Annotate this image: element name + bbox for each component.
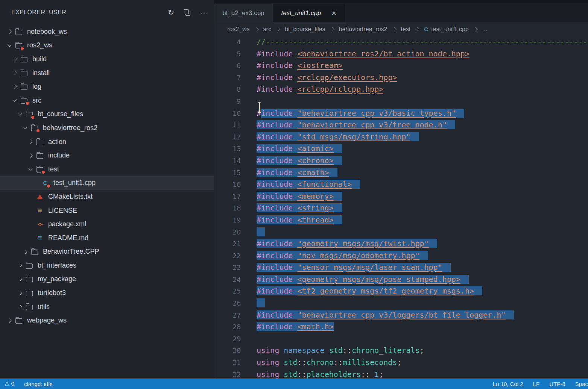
- tree-item-include[interactable]: include: [0, 148, 214, 162]
- code-line-17[interactable]: 17#include <memory>: [214, 191, 588, 203]
- code-line-30[interactable]: 30using namespace std::chrono_literals;: [214, 345, 588, 357]
- code-line-11[interactable]: 11#include "behaviortree_cpp_v3/tree_nod…: [214, 119, 588, 131]
- chevron-down-icon[interactable]: [26, 164, 35, 174]
- chevron-down-icon[interactable]: [15, 109, 25, 119]
- tree-item-README.md[interactable]: README.md: [0, 231, 214, 245]
- eol-indicator[interactable]: LF: [533, 381, 540, 387]
- code-token: namespace: [284, 346, 324, 355]
- breadcrumb-item-ros2_ws[interactable]: ros2_ws: [227, 26, 250, 33]
- tree-item-behaviortree_ros2[interactable]: behaviortree_ros2: [0, 121, 214, 135]
- code-line-22[interactable]: 22#include "nav_msgs/msg/odometry.hpp": [214, 250, 588, 262]
- clangd-status[interactable]: clangd: idle: [24, 381, 53, 387]
- code-token: #include: [257, 144, 297, 153]
- line-number: 25: [214, 285, 241, 297]
- encoding-indicator[interactable]: UTF-8: [549, 381, 565, 387]
- code-line-8[interactable]: 8#include <rclcpp/rclcpp.hpp>: [214, 83, 588, 95]
- tree-item-test[interactable]: test: [0, 162, 214, 176]
- code-line-5[interactable]: 5#include <behaviortree_ros2/bt_action_n…: [214, 48, 588, 60]
- code-editor[interactable]: 4//-------------------------------------…: [214, 36, 588, 378]
- breadcrumb-item-test_unit1.cpp[interactable]: test_unit1.cpp: [431, 26, 469, 33]
- code-line-32[interactable]: 32using std::placeholders::_1;: [214, 369, 588, 378]
- code-line-19[interactable]: 19#include <thread>: [214, 214, 588, 226]
- tree-item-my_package[interactable]: my_package: [0, 272, 214, 286]
- code-token: ;: [379, 370, 383, 378]
- collapse-folders-icon[interactable]: [184, 9, 190, 16]
- tree-item-action[interactable]: action: [0, 135, 214, 149]
- tree-item-notebook_ws[interactable]: notebook_ws: [0, 25, 214, 39]
- breadcrumb-item-behaviortree_ros2[interactable]: behaviortree_ros2: [339, 26, 387, 33]
- tree-item-test_unit1.cpp[interactable]: test_unit1.cpp: [0, 176, 214, 190]
- code-line-16[interactable]: 16#include <functional>: [214, 179, 588, 191]
- indent-indicator[interactable]: Spac: [575, 381, 588, 387]
- code-line-20[interactable]: 20: [214, 226, 588, 238]
- chevron-right-icon[interactable]: [10, 82, 20, 92]
- code-line-6[interactable]: 6#include <iostream>: [214, 60, 588, 72]
- code-line-14[interactable]: 14#include <chrono>: [214, 155, 588, 167]
- code-line-23[interactable]: 23#include "sensor_msgs/msg/laser_scan.h…: [214, 262, 588, 274]
- tree-item-log[interactable]: log: [0, 80, 214, 94]
- tree-item-ros2_ws[interactable]: ros2_ws: [0, 39, 214, 53]
- tree-item-package.xml[interactable]: package.xml: [0, 217, 214, 231]
- chevron-right-icon[interactable]: [15, 274, 25, 284]
- code-line-25[interactable]: 25#include <tf2_geometry_msgs/tf2_geomet…: [214, 285, 588, 297]
- code-line-29[interactable]: 29: [214, 333, 588, 345]
- chevron-right-icon[interactable]: [5, 27, 14, 36]
- code-line-4[interactable]: 4//-------------------------------------…: [214, 36, 588, 48]
- tree-item-build[interactable]: build: [0, 52, 214, 66]
- tree-item-src[interactable]: src: [0, 94, 214, 107]
- code-line-26[interactable]: 26: [214, 297, 588, 309]
- chevron-right-icon[interactable]: [10, 68, 20, 78]
- close-tab-icon[interactable]: ×: [331, 9, 336, 17]
- tree-item-CMakeLists.txt[interactable]: CMakeLists.txt: [0, 190, 214, 204]
- tree-item-bt_interfaces[interactable]: bt_interfaces: [0, 259, 214, 272]
- code-line-21[interactable]: 21#include "geometry_msgs/msg/twist.hpp": [214, 238, 588, 250]
- tree-item-BehaviorTree.CPP[interactable]: BehaviorTree.CPP: [0, 245, 214, 259]
- code-line-12[interactable]: 12#include "std_msgs/msg/string.hpp": [214, 131, 588, 143]
- code-line-18[interactable]: 18#include <string>: [214, 202, 588, 214]
- chevron-right-icon[interactable]: [5, 316, 14, 325]
- tree-item-LICENSE[interactable]: LICENSE: [0, 204, 214, 218]
- line-number: 27: [214, 309, 241, 321]
- breadcrumb-item-test[interactable]: test: [401, 26, 411, 33]
- code-line-10[interactable]: 10#include "behaviortree_cpp_v3/basic_ty…: [214, 107, 588, 120]
- tree-item-turtlebot3[interactable]: turtlebot3: [0, 286, 214, 300]
- chevron-right-icon[interactable]: [26, 137, 35, 147]
- chevron-right-icon[interactable]: [20, 247, 30, 257]
- code-line-31[interactable]: 31using std::chrono::milliseconds;: [214, 357, 588, 369]
- code-line-9[interactable]: 9: [214, 95, 588, 107]
- breadcrumb-item-bt_course_files[interactable]: bt_course_files: [285, 26, 325, 33]
- chevron-right-icon[interactable]: [15, 302, 25, 312]
- problems-indicator[interactable]: 0: [5, 380, 14, 387]
- line-content: using std::chrono::milliseconds;: [241, 357, 401, 369]
- code-line-24[interactable]: 24#include <geometry_msgs/msg/pose_stamp…: [214, 274, 588, 286]
- chevron-right-icon[interactable]: [26, 151, 35, 160]
- code-token: <behaviortree_ros2/bt_action_node.hpp>: [297, 49, 469, 58]
- tree-item-install[interactable]: install: [0, 66, 214, 80]
- tab-test_unit1[interactable]: test_unit1.cpp ×: [273, 4, 345, 22]
- tree-item-bt_course_files[interactable]: bt_course_files: [0, 107, 214, 121]
- chevron-down-icon[interactable]: [20, 123, 30, 133]
- chevron-right-icon[interactable]: [10, 54, 20, 64]
- chevron-right-icon[interactable]: [15, 288, 25, 298]
- code-line-28[interactable]: 28#include <math.h>: [214, 321, 588, 333]
- code-line-15[interactable]: 15#include <cmath>: [214, 167, 588, 179]
- folder-icon: [35, 151, 44, 160]
- breadcrumb-item-src[interactable]: src: [263, 26, 271, 33]
- line-content: #include <tf2_geometry_msgs/tf2_geometry…: [241, 285, 482, 297]
- breadcrumb-item-...[interactable]: ...: [482, 26, 487, 33]
- folder-open-icon: [20, 96, 29, 104]
- code-line-27[interactable]: 27#include "behaviortree_cpp_v3/loggers/…: [214, 309, 588, 321]
- chevron-right-icon[interactable]: [15, 260, 25, 270]
- code-line-13[interactable]: 13#include <atomic>: [214, 143, 588, 155]
- code-line-7[interactable]: 7#include <rclcpp/executors.hpp>: [214, 72, 588, 84]
- tree-item-utils[interactable]: utils: [0, 300, 214, 314]
- chevron-down-icon[interactable]: [5, 41, 14, 50]
- tab-bt_u2_ex3[interactable]: bt_u2_ex3.cpp: [214, 4, 273, 22]
- more-actions-icon[interactable]: ···: [200, 9, 208, 16]
- refresh-explorer-icon[interactable]: ↻: [168, 9, 174, 16]
- chevron-down-icon[interactable]: [10, 95, 20, 105]
- cursor-position[interactable]: Ln 10, Col 2: [493, 381, 523, 387]
- tree-item-webpage_ws[interactable]: webpage_ws: [0, 313, 214, 327]
- file-tree: notebook_wsros2_wsbuildinstalllogsrcbt_c…: [0, 25, 214, 327]
- tree-item-label: BehaviorTree.CPP: [43, 248, 99, 256]
